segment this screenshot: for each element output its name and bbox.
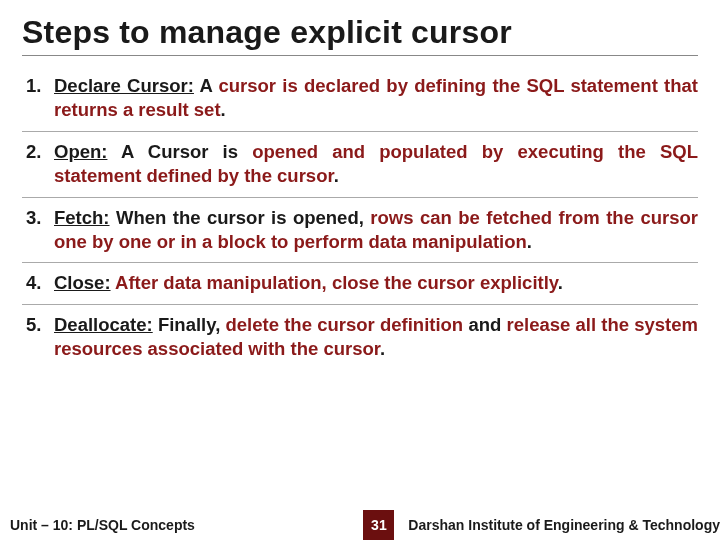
step-text: and	[463, 314, 506, 335]
step-lead: Declare Cursor:	[54, 75, 194, 96]
slide-title: Steps to manage explicit cursor	[22, 14, 698, 56]
footer-org: Darshan Institute of Engineering & Techn…	[394, 510, 720, 540]
step-text: .	[558, 272, 563, 293]
step-text: A	[194, 75, 219, 96]
step-emph: After data manipulation, close the curso…	[115, 272, 558, 293]
list-item: Close: After data manipulation, close th…	[22, 263, 698, 304]
footer-page-number: 31	[363, 510, 394, 540]
list-item: Declare Cursor: A cursor is declared by …	[22, 66, 698, 132]
list-item: Open: A Cursor is opened and populated b…	[22, 132, 698, 198]
list-item: Fetch: When the cursor is opened, rows c…	[22, 198, 698, 264]
slide-footer: Unit – 10: PL/SQL Concepts 31 Darshan In…	[0, 510, 720, 540]
step-emph: delete the cursor definition	[226, 314, 464, 335]
footer-spacer	[209, 510, 364, 540]
step-text: .	[527, 231, 532, 252]
step-lead: Close:	[54, 272, 111, 293]
steps-list: Declare Cursor: A cursor is declared by …	[22, 66, 698, 370]
footer-unit: Unit – 10: PL/SQL Concepts	[0, 510, 209, 540]
step-text: A Cursor is	[107, 141, 252, 162]
step-lead: Deallocate:	[54, 314, 153, 335]
step-lead: Open:	[54, 141, 107, 162]
step-text: Finally,	[153, 314, 226, 335]
step-text: .	[380, 338, 385, 359]
step-lead: Fetch:	[54, 207, 110, 228]
slide: Steps to manage explicit cursor Declare …	[0, 0, 720, 540]
step-text: .	[334, 165, 339, 186]
step-text: When the cursor is opened,	[110, 207, 371, 228]
list-item: Deallocate: Finally, delete the cursor d…	[22, 305, 698, 370]
step-text: .	[221, 99, 226, 120]
